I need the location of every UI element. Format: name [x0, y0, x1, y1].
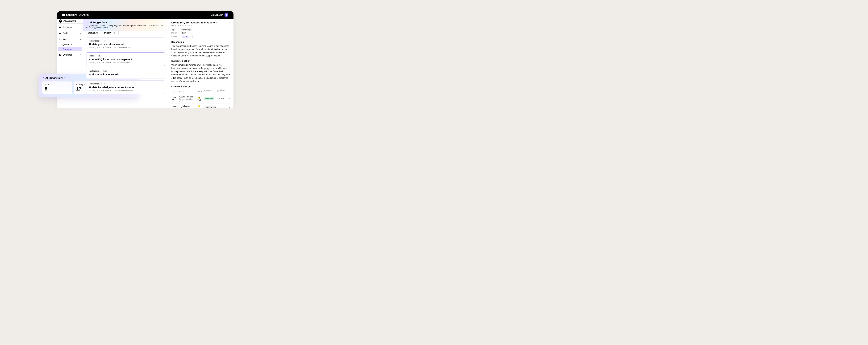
filter-priority-label: Priority:: [104, 32, 112, 34]
agent-robot-icon: [59, 20, 62, 23]
nav-item-evaluate[interactable]: Evaluate: [57, 52, 83, 58]
card-meta: Dec 10, 2024 at 10:33 AM · From 346 conv…: [89, 90, 162, 92]
suggestion-card[interactable]: Knowledge High Update knowledge for chec…: [86, 80, 165, 94]
filter-status[interactable]: Status: All: [86, 31, 101, 35]
suggestion-card[interactable]: Safeguards High Add competitor keywords: [86, 67, 165, 79]
filter-status-value: All: [95, 32, 98, 34]
priority-dot-icon: [97, 55, 98, 56]
chevron-down-icon: [98, 32, 100, 34]
cell-res-time: 1m 30s: [217, 94, 228, 104]
robot-icon: [59, 32, 61, 34]
svg-point-7: [60, 33, 61, 33]
nav-label: Overview: [63, 26, 72, 28]
chevron-down-icon: [80, 38, 81, 41]
topbar: sendbird AI Agent Organization: [57, 11, 234, 19]
chart-icon: [59, 54, 61, 56]
suggestions-title: AI Suggestions: [89, 21, 107, 24]
row-chevron: [228, 94, 230, 104]
kv-priority: Priority Low: [172, 32, 230, 34]
kv-priority-value: Low: [182, 32, 186, 34]
priority-dot-icon: [101, 83, 102, 84]
filter-priority[interactable]: Priority: All: [102, 31, 119, 35]
kv-status-label: Status: [172, 36, 181, 38]
priority-dot-icon: [181, 32, 182, 33]
info-icon[interactable]: i: [64, 77, 66, 79]
nav-label: Build: [63, 32, 68, 34]
description-heading: Description: [172, 41, 230, 43]
stat-label: To do: [45, 83, 70, 86]
nav-item-build[interactable]: Build: [57, 30, 83, 36]
brand-suffix: AI Agent: [79, 13, 89, 17]
card-priority: Low: [97, 55, 101, 57]
chevron-right-icon: [80, 32, 81, 34]
suggestion-card[interactable]: Knowledge High Update product return man…: [86, 37, 165, 51]
card-priority: High: [101, 83, 106, 85]
table-row[interactable]: User ID Login issues Social media signup…: [172, 104, 230, 108]
cell-csat: 😐 4.0: [198, 94, 204, 104]
card-title: Update knowledge for checkout issues: [89, 86, 162, 89]
kv-type: Type Knowledge: [172, 28, 230, 31]
detail-title: Create FAQ for account management: [172, 21, 217, 24]
cell-res-time: -: [217, 104, 228, 108]
stat-card[interactable]: To do 8: [42, 82, 72, 94]
nav-item-simulate[interactable]: Simulate: [58, 47, 82, 51]
status-dropdown[interactable]: TO DO: [181, 35, 192, 38]
organization-label: Organization: [211, 14, 223, 16]
chevron-down-icon: [190, 36, 191, 37]
card-tag: Tools: [89, 55, 95, 57]
card-tag: Knowledge: [89, 83, 100, 85]
nav-label: Evaluate: [63, 54, 72, 56]
card-title: Add competitor keywords: [89, 73, 162, 76]
kv-status: Status TO DO: [172, 35, 230, 38]
svg-rect-1: [60, 21, 61, 21]
row-chevron: [228, 104, 230, 108]
cell-csat: 😐 3.0: [198, 104, 204, 108]
card-tag: Knowledge: [89, 39, 100, 42]
table-row[interactable]: User ID Account creation Signup informat…: [172, 94, 230, 104]
avatar[interactable]: [224, 13, 228, 17]
th-user: User: [172, 89, 178, 94]
brand-name: sendbird: [66, 13, 78, 17]
card-priority: High: [101, 70, 107, 72]
svg-rect-4: [60, 20, 61, 21]
close-button[interactable]: [228, 21, 230, 24]
nav-label: Simulate: [62, 48, 71, 51]
organization-area[interactable]: Organization: [211, 13, 228, 17]
nav-item-questions[interactable]: Questions: [57, 42, 83, 47]
stat-value: 8: [45, 86, 70, 92]
card-meta: Dec 10, 2024 at 10:33 AM · From 123 conv…: [89, 47, 162, 49]
brand: sendbird AI Agent: [62, 13, 89, 17]
kv-priority-label: Priority: [172, 32, 181, 34]
chevron-double-left-icon: [79, 20, 81, 22]
conversations-heading: Conversations (6): [172, 85, 191, 88]
sparkle-icon: [86, 21, 88, 24]
priority-dot-icon: [101, 70, 102, 71]
cell-category: Login issues Social media signup: [178, 104, 198, 108]
svg-rect-8: [60, 32, 60, 33]
filter-row: Status: All Priority: All: [86, 31, 165, 35]
th-csat: CSAT: [198, 89, 204, 94]
kv-type-label: Type: [172, 29, 181, 31]
kv-type-value: Knowledge: [181, 28, 191, 31]
cards-container: Knowledge High Update product return man…: [86, 37, 165, 94]
suggested-action-heading: Suggested action: [172, 60, 230, 62]
nav-item-test[interactable]: Test: [57, 36, 83, 42]
nav-item-overview[interactable]: Overview: [57, 24, 83, 30]
suggestion-card[interactable]: Tools Low Create FAQ for account managem…: [86, 53, 165, 66]
suggestions-subtitle: AI-generated insights by analyzing your …: [86, 25, 165, 29]
cell-user: User ID: [172, 104, 178, 108]
nav-section: Overview Build Test Questions Simulate: [57, 24, 83, 58]
cell-category: Account creation Signup information need…: [178, 94, 198, 104]
suggested-action-body: When compiling FAQs for an AI knowledge …: [172, 63, 230, 83]
detail-date: Dec 10, 2024 at 10:33 AM: [172, 25, 230, 26]
th-res-time: Resolution time: [217, 89, 228, 94]
home-icon: [59, 26, 61, 28]
svg-point-0: [226, 14, 227, 15]
filter-priority-value: All: [113, 32, 115, 34]
chevron-down-icon: [116, 32, 117, 34]
detail-panel: Create FAQ for account management Dec 10…: [168, 19, 234, 108]
card-title: Create FAQ for account management: [89, 58, 162, 61]
collapse-sidebar-button[interactable]: [79, 20, 81, 22]
priority-dot-icon: [101, 40, 102, 41]
nav-label: Questions: [62, 43, 72, 46]
